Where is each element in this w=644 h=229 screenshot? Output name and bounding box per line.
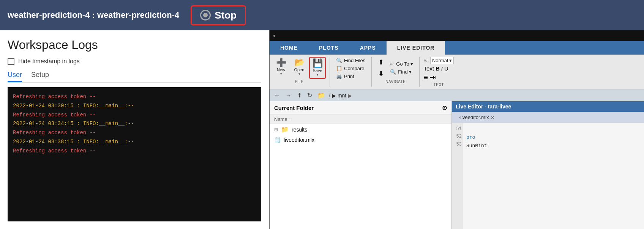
bottom-area: Current Folder ⊙ Name ↑ ⊞ 📁 results 🗒️ l… [270, 101, 644, 229]
up-button[interactable]: ⬆ [295, 91, 303, 100]
code-content[interactable]: pro SunMint [463, 123, 490, 229]
nav-up-button[interactable]: ⬆ [376, 57, 386, 67]
file-browser: Current Folder ⊙ Name ↑ ⊞ 📁 results 🗒️ l… [270, 101, 452, 229]
live-editor-close-button[interactable]: ✕ [491, 115, 494, 120]
file-col-header: Name ↑ [270, 115, 451, 124]
navigate-buttons: ⬆ ⬇ ↵ Go To ▾ 🔍 [376, 57, 415, 79]
address-bar: ← → ⬆ ↻ 📁 / ▶ mnt ▶ [270, 89, 644, 101]
name-col-label: Name ↑ [274, 116, 291, 122]
compare-icon: 📋 [336, 66, 342, 71]
live-editor-panel: Live Editor - tara-livee -liveeditor.mlx… [452, 101, 644, 229]
current-folder-label: Current Folder [274, 105, 314, 111]
line-num-51: 51 [453, 125, 462, 133]
underline-button[interactable]: U [444, 65, 448, 72]
tab-live-editor[interactable]: LIVE EDITOR [387, 41, 445, 55]
compare-label: Compare [344, 66, 364, 71]
line-num-53: 53 [453, 141, 462, 148]
save-button[interactable]: 💾 Save ▾ [309, 57, 326, 79]
folder-icon: 📁 [316, 91, 327, 100]
divider-1 [330, 57, 330, 87]
folder-options-icon[interactable]: ⊙ [442, 104, 447, 111]
open-button[interactable]: 📂 Open ▾ [291, 57, 308, 77]
path-mnt-label: mnt [338, 93, 346, 99]
compare-button[interactable]: 📋 Compare [334, 65, 368, 72]
new-button[interactable]: ➕ New ▾ [273, 57, 289, 77]
tab-home[interactable]: HOME [270, 41, 308, 55]
stop-button[interactable]: Stop [191, 5, 246, 25]
log-line: 2022-01-24 03:30:15 : INFO:__main__:-- [13, 102, 256, 111]
open-icon: 📂 [294, 58, 305, 67]
aa-icon: Aa [423, 58, 428, 63]
live-editor-tab[interactable]: -liveeditor.mlx ✕ [455, 113, 498, 121]
file-item-liveeditor[interactable]: 🗒️ liveeditor.mlx [270, 135, 451, 145]
forward-button[interactable]: → [284, 91, 293, 100]
italic-button[interactable]: I [441, 65, 443, 72]
log-line: Refreshing access token -- [13, 129, 256, 138]
nav-down-icon: ⬇ [378, 69, 384, 78]
back-button[interactable]: ← [273, 91, 282, 100]
normal-dropdown[interactable]: Normal ▾ [430, 57, 454, 64]
live-editor-tab-bar: -liveeditor.mlx ✕ [452, 112, 644, 123]
top-dot [273, 35, 275, 37]
folder-name-results: results [292, 127, 307, 133]
tab-plots[interactable]: PLOTS [308, 41, 349, 55]
toolbar-ribbon: ➕ New ▾ 📂 Open ▾ 💾 Save ▾ [270, 55, 644, 89]
left-panel: Workspace Logs Hide timestamp in logs Us… [0, 30, 270, 229]
folder-icon-results: 📁 [281, 126, 289, 133]
hide-timestamp-checkbox[interactable] [8, 58, 14, 65]
divider-2 [371, 57, 372, 87]
code-line-53: SunMint [466, 142, 487, 150]
bold-button[interactable]: B [436, 65, 440, 72]
nav-up-icon: ⬆ [378, 58, 384, 66]
log-tabs: User Setup [8, 71, 261, 83]
file-group-label: FILE [295, 80, 303, 84]
line-numbers: 51 52 53 [452, 123, 463, 229]
find-buttons: 🔍 Find Files 📋 Compare 🖨️ Print [334, 57, 368, 80]
print-label: Print [344, 74, 354, 79]
main-content: Workspace Logs Hide timestamp in logs Us… [0, 30, 644, 229]
find-label: Find ▾ [398, 69, 412, 75]
save-icon: 💾 [313, 59, 323, 67]
hide-timestamp-label: Hide timestamp in logs [18, 58, 80, 65]
file-list: ⊞ 📁 results 🗒️ liveeditor.mlx [270, 124, 451, 229]
print-button[interactable]: 🖨️ Print [334, 73, 368, 80]
live-editor-header: Live Editor - tara-livee [452, 101, 644, 112]
find-group: 🔍 Find Files 📋 Compare 🖨️ Print [334, 57, 368, 87]
tab-setup[interactable]: Setup [31, 71, 49, 82]
find-files-button[interactable]: 🔍 Find Files [334, 57, 368, 64]
navigate-group-label: NAVIGATE [385, 80, 406, 84]
toolbar-file-group: ➕ New ▾ 📂 Open ▾ 💾 Save ▾ [273, 57, 326, 87]
file-icon-liveeditor: 🗒️ [274, 137, 281, 143]
line-num-52: 52 [453, 133, 462, 140]
code-line-52: pro [466, 133, 487, 142]
tab-user[interactable]: User [8, 71, 22, 82]
find-button[interactable]: 🔍 Find ▾ [388, 68, 415, 75]
file-name-liveeditor: liveeditor.mlx [284, 137, 314, 143]
find-icon: 🔍 [390, 69, 396, 75]
save-arrow: ▾ [317, 73, 319, 77]
stop-icon [200, 10, 211, 20]
log-line: Refreshing access token -- [13, 111, 256, 120]
indent-icon: ⇥ [429, 73, 436, 82]
log-line: 2022-01-24 03:38:15 : INFO:__main__:-- [13, 138, 256, 147]
goto-find-buttons: ↵ Go To ▾ 🔍 Find ▾ [388, 60, 415, 75]
goto-icon: ↵ [390, 61, 394, 67]
file-item-results[interactable]: ⊞ 📁 results [270, 124, 451, 135]
nav-down-button[interactable]: ⬇ [376, 68, 386, 79]
log-line: Refreshing access token -- [13, 147, 256, 156]
new-label: New [277, 67, 285, 72]
find-files-icon: 🔍 [336, 58, 342, 63]
live-editor-body: 51 52 53 pro SunMint [452, 123, 644, 229]
right-top-bar [270, 30, 644, 41]
address-path: / ▶ mnt ▶ [329, 93, 352, 99]
refresh-button[interactable]: ↻ [306, 91, 314, 100]
text-group-label: TEXT [434, 83, 444, 87]
divider-3 [419, 57, 420, 87]
goto-button[interactable]: ↵ Go To ▾ [388, 60, 415, 67]
file-buttons: ➕ New ▾ 📂 Open ▾ 💾 Save ▾ [273, 57, 326, 79]
log-line: Refreshing access token -- [13, 93, 256, 102]
tab-apps[interactable]: APPS [349, 41, 387, 55]
matlab-toolbar: HOME PLOTS APPS LIVE EDITOR ➕ New ▾ [270, 41, 644, 89]
live-editor-tab-label: -liveeditor.mlx [459, 114, 489, 120]
path-sep-2: ▶ [348, 93, 352, 99]
